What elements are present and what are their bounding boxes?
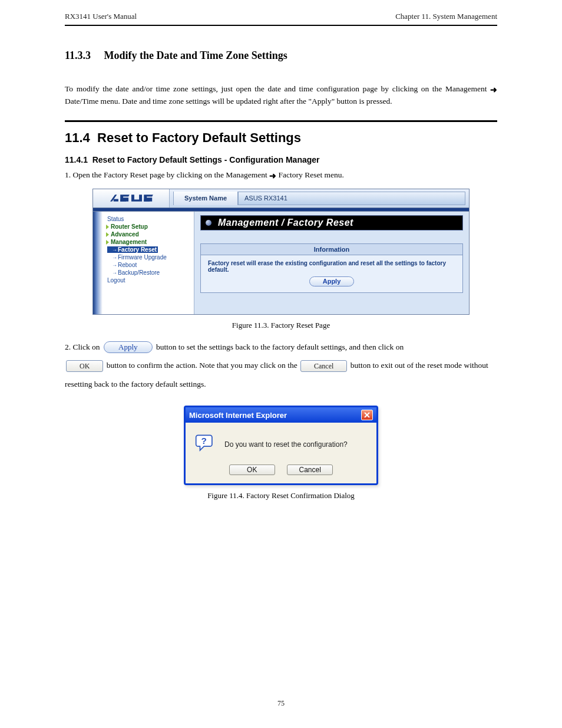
nav-advanced[interactable]: Advanced	[106, 230, 191, 238]
dialog-buttons: OK Cancel	[186, 460, 376, 483]
page-header: RX3141 User's Manual Chapter 11. System …	[65, 0, 497, 26]
step-1: 1. Open the Factory Reset page by clicki…	[65, 170, 497, 180]
sec-num: 11.4	[65, 130, 90, 145]
body-frag-b: Date/Time menu. Date and time zone setti…	[65, 97, 392, 106]
nav-logout[interactable]: Logout	[106, 276, 191, 284]
nav-status[interactable]: Status	[106, 215, 191, 223]
system-name-label: System Name	[173, 192, 238, 205]
section-11-3-3-heading: 11.3.3 Modify the Date and Time Zone Set…	[65, 50, 497, 62]
info-box: Information Factory reset will erase the…	[200, 243, 463, 293]
nav-factory-reset[interactable]: Factory Reset	[107, 246, 158, 253]
step1-a: 1. Open the Factory Reset page by clicki…	[65, 170, 269, 179]
body-frag-a: To modify the date and/or time zone sett…	[65, 84, 490, 93]
header-right: Chapter 11. System Management	[395, 12, 497, 21]
close-icon	[364, 412, 370, 418]
title-bullet-icon	[206, 220, 211, 226]
router-topbar: System Name ASUS RX3141	[93, 189, 469, 208]
dialog-ok-button[interactable]: OK	[229, 465, 275, 475]
figure-11-4-caption: Figure 11.4. Factory Reset Confirmation …	[65, 491, 497, 500]
section-11-4-1-heading: 11.4.1 Reset to Factory Default Settings…	[65, 155, 497, 164]
svg-text:?: ?	[201, 436, 207, 446]
nav-firmware-upgrade[interactable]: Firmware Upgrade	[106, 253, 191, 261]
asus-logo-icon	[106, 193, 157, 203]
subsec-num: 11.4.1	[65, 155, 88, 164]
ie-confirm-dialog: Microsoft Internet Explorer ? Do you wan…	[184, 406, 378, 485]
info-body: Factory reset will erase the existing co…	[201, 255, 462, 292]
dialog-message: Do you want to reset the configuration?	[224, 440, 348, 449]
ok-button-inline[interactable]: OK	[66, 360, 103, 372]
nav-reboot[interactable]: Reboot	[106, 261, 191, 269]
arrow-icon: ➜	[490, 85, 497, 94]
step2-frag-c: button to confirm the action. Note that …	[107, 361, 299, 370]
panel-title-text: Management / Factory Reset	[218, 218, 353, 228]
dialog-cancel-button[interactable]: Cancel	[287, 465, 333, 475]
router-body: Status Router Setup Advanced Management …	[93, 212, 469, 314]
header-left: RX3141 User's Manual	[65, 12, 137, 21]
apply-button-inline[interactable]: Apply	[104, 341, 153, 353]
panel-title: Management / Factory Reset	[200, 215, 463, 230]
section-11-3-3-body: To modify the date and/or time zone sett…	[65, 83, 497, 107]
router-main: Management / Factory Reset Information F…	[194, 212, 469, 314]
figure-11-3-caption: Figure 11.3. Factory Reset Page	[65, 321, 497, 330]
section-divider	[65, 120, 497, 122]
sec-title: Reset to Factory Default Settings	[97, 130, 301, 145]
section-title: Modify the Date and Time Zone Settings	[104, 50, 287, 61]
nav-router-setup[interactable]: Router Setup	[106, 223, 191, 230]
dialog-title-text: Microsoft Internet Explorer	[189, 411, 287, 420]
dialog-body: ? Do you want to reset the configuration…	[186, 423, 376, 460]
step2-frag-b: button to set the settings back to the f…	[156, 342, 404, 351]
section-num: 11.3.3	[65, 50, 91, 61]
svg-rect-3	[120, 199, 126, 201]
page-number: 75	[0, 699, 562, 708]
arrow-icon: ➜	[269, 171, 276, 180]
nav-backup-restore[interactable]: Backup/Restore	[106, 269, 191, 276]
cancel-button-inline[interactable]: Cancel	[300, 360, 347, 372]
dialog-titlebar: Microsoft Internet Explorer	[186, 407, 376, 423]
svg-marker-4	[131, 195, 142, 201]
apply-button[interactable]: Apply	[309, 276, 355, 286]
asus-logo	[93, 189, 170, 207]
step2-frag-a: 2. Click on	[65, 342, 102, 351]
step-2: 2. Click on Apply button to set the sett…	[65, 340, 497, 392]
question-icon: ?	[195, 433, 215, 456]
close-button[interactable]	[361, 410, 373, 420]
info-heading: Information	[201, 244, 462, 255]
system-name-value: ASUS RX3141	[238, 192, 465, 205]
router-admin-screenshot: System Name ASUS RX3141 Status Router Se…	[92, 189, 470, 315]
section-11-4-heading: 11.4 Reset to Factory Default Settings	[65, 130, 497, 146]
step2-frag-d: button to exit out of the reset mode wit…	[351, 361, 488, 370]
svg-rect-1	[113, 199, 118, 202]
router-nav: Status Router Setup Advanced Management …	[93, 212, 194, 314]
nav-management[interactable]: Management	[106, 238, 191, 246]
svg-rect-6	[144, 199, 150, 201]
step2-frag-e: resetting back to the factory default se…	[65, 380, 206, 388]
subsec-title: Reset to Factory Default Settings - Conf…	[92, 155, 320, 164]
info-text: Factory reset will erase the existing co…	[208, 260, 446, 273]
step1-b: Factory Reset menu.	[279, 170, 344, 179]
